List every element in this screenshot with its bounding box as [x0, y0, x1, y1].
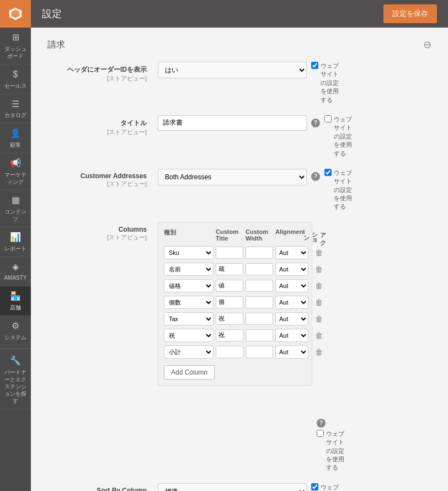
sidebar-item-system[interactable]: ⚙ システム [0, 316, 31, 346]
save-button[interactable]: 設定を保存 [383, 4, 437, 23]
header-order-id-select[interactable]: はい いいえ [158, 62, 307, 78]
col-width-input-1[interactable] [246, 247, 273, 259]
columns-website-checkbox[interactable] [317, 430, 324, 437]
content-icon: ▦ [12, 195, 20, 206]
header-order-id-website-checkbox[interactable] [311, 62, 318, 69]
table-row: 値格 Aut 🗑 [164, 279, 306, 292]
sidebar-item-label: マーケティング [2, 171, 29, 185]
sort-by-column-checkbox-group: ウェブサイトの設定を使用する [311, 483, 339, 491]
header-order-id-select-wrapper[interactable]: はい いいえ [158, 62, 307, 78]
dashboard-icon: ⊞ [12, 32, 19, 44]
col-title-input-6[interactable] [216, 329, 243, 341]
stores-icon: 🏪 [10, 291, 21, 302]
col-delete-button-5[interactable]: 🗑 [311, 313, 327, 324]
col-delete-button-2[interactable]: 🗑 [311, 264, 327, 275]
customer-addresses-label: Customer Addresses [47, 172, 147, 180]
sort-by-column-select-wrapper[interactable]: 標準 [158, 483, 307, 491]
title-checkbox-group: ウェブサイトの設定を使用する [324, 115, 352, 158]
col-header-action: アクション [311, 228, 327, 243]
sidebar: ⊞ ダッシュボード $ セールス ☰ カタログ 👤 顧客 📢 マーケティング ▦… [0, 0, 31, 491]
header-order-id-website-checkbox-label[interactable]: ウェブサイトの設定を使用する [311, 62, 339, 104]
columns-checkbox-group: ウェブサイトの設定を使用する [317, 430, 344, 472]
col-width-input-2[interactable] [246, 263, 273, 275]
sort-by-column-select[interactable]: 標準 [158, 483, 307, 491]
sidebar-item-dashboard[interactable]: ⊞ ダッシュボード [0, 28, 31, 65]
col-type-select-3[interactable]: 値格 [164, 279, 214, 292]
sidebar-item-stores[interactable]: 🏪 店舗 [0, 286, 31, 316]
col-delete-button-4[interactable]: 🗑 [311, 297, 327, 308]
col-delete-button-3[interactable]: 🗑 [311, 280, 327, 291]
col-width-input-6[interactable] [246, 329, 273, 341]
title-website-checkbox-label[interactable]: ウェブサイトの設定を使用する [324, 115, 352, 158]
col-width-input-7[interactable] [246, 346, 273, 358]
columns-info-icon[interactable]: ? [317, 419, 326, 428]
sidebar-item-label: レポート [4, 245, 26, 252]
col-title-input-5[interactable] [216, 313, 243, 325]
add-column-button[interactable]: Add Column [164, 365, 215, 380]
col-align-select-6[interactable]: Aut [275, 329, 308, 342]
table-row: 小計 Aut 🗑 [164, 345, 306, 359]
sidebar-item-label: AMASTY [4, 274, 26, 281]
col-delete-button-7[interactable]: 🗑 [311, 346, 327, 357]
page-title: 設定 [42, 7, 383, 20]
col-width-input-3[interactable] [246, 280, 273, 292]
col-width-input-4[interactable] [246, 296, 273, 308]
col-align-select-7[interactable]: Aut [275, 345, 308, 359]
header-order-id-sublabel: [ストアビュー] [47, 74, 147, 83]
sidebar-item-marketing[interactable]: 📢 マーケティング [0, 153, 31, 190]
sidebar-item-customers[interactable]: 👤 顧客 [0, 124, 31, 153]
columns-side: ? ウェブサイトの設定を使用する [317, 415, 344, 472]
sidebar-separator [0, 348, 31, 349]
col-title-input-1[interactable] [216, 247, 243, 259]
col-title-input-7[interactable] [216, 346, 243, 358]
col-align-select-5[interactable]: Aut [275, 312, 308, 325]
section-collapse-button[interactable]: ⊖ [423, 39, 431, 51]
columns-website-checkbox-label[interactable]: ウェブサイトの設定を使用する [317, 430, 344, 472]
columns-website-label: ウェブサイトの設定を使用する [326, 430, 344, 472]
col-delete-button-1[interactable]: 🗑 [311, 247, 327, 258]
sort-by-column-website-label: ウェブサイトの設定を使用する [321, 483, 339, 491]
col-type-select-7[interactable]: 小計 [164, 345, 214, 359]
customer-addresses-row: Customer Addresses [ストアビュー] Both Address… [47, 169, 431, 211]
col-align-select-3[interactable]: Aut [275, 279, 308, 292]
columns-sublabel: [ストアビュー] [47, 233, 147, 242]
col-delete-button-6[interactable]: 🗑 [311, 330, 327, 341]
header-order-id-controls: はい いいえ ウェブサイトの設定を使用する [158, 62, 431, 104]
table-row: 個数 Aut 🗑 [164, 296, 306, 309]
col-type-select-6[interactable]: 祝 [164, 329, 214, 342]
sort-by-column-row: Sort By Column [ストアビュー] 標準 ウェブサイトの設定を使用す… [47, 483, 431, 491]
title-website-checkbox[interactable] [324, 115, 332, 122]
col-align-select-1[interactable]: Aut [275, 246, 308, 259]
col-type-select-1[interactable]: Sku [164, 246, 214, 259]
system-icon: ⚙ [12, 321, 19, 332]
sidebar-item-amasty[interactable]: ◈ AMASTY [0, 257, 31, 287]
customer-addresses-select-wrapper[interactable]: Both Addresses Billing Address Shipping … [158, 169, 307, 185]
sidebar-item-sales[interactable]: $ セールス [0, 65, 31, 94]
sidebar-item-content[interactable]: ▦ コンテンツ [0, 190, 31, 227]
page-body: 請求 ⊖ ヘッダにオーダーIDを表示 [ストアビュー] はい いいえ [31, 28, 448, 491]
col-type-select-2[interactable]: 名前 [164, 263, 214, 276]
sidebar-item-catalog[interactable]: ☰ カタログ [0, 94, 31, 124]
sidebar-item-partners[interactable]: 🔧 パートナーとエクステンションを探す [0, 351, 31, 409]
col-title-input-2[interactable] [216, 263, 243, 275]
col-type-select-5[interactable]: Tax [164, 312, 214, 325]
title-input[interactable]: 請求書 [158, 115, 307, 131]
marketing-icon: 📢 [10, 158, 21, 169]
sidebar-logo [0, 0, 31, 28]
col-header-type: 種別 [164, 228, 214, 243]
sort-by-column-website-checkbox-label[interactable]: ウェブサイトの設定を使用する [311, 483, 339, 491]
sort-by-column-website-checkbox[interactable] [311, 483, 318, 490]
title-info-icon[interactable]: ? [311, 119, 320, 127]
sidebar-item-label: 顧客 [10, 141, 21, 148]
col-width-input-5[interactable] [246, 313, 273, 325]
col-title-input-3[interactable] [216, 280, 243, 292]
col-type-select-4[interactable]: 個数 [164, 296, 214, 309]
col-align-select-2[interactable]: Aut [275, 263, 308, 276]
customer-addresses-website-checkbox[interactable] [324, 169, 332, 176]
customer-addresses-website-checkbox-label[interactable]: ウェブサイトの設定を使用する [324, 169, 352, 211]
col-title-input-4[interactable] [216, 296, 243, 308]
customer-addresses-info-icon[interactable]: ? [311, 172, 320, 181]
customer-addresses-select[interactable]: Both Addresses Billing Address Shipping … [158, 169, 307, 185]
col-align-select-4[interactable]: Aut [275, 296, 308, 309]
sidebar-item-reports[interactable]: 📊 レポート [0, 227, 31, 257]
